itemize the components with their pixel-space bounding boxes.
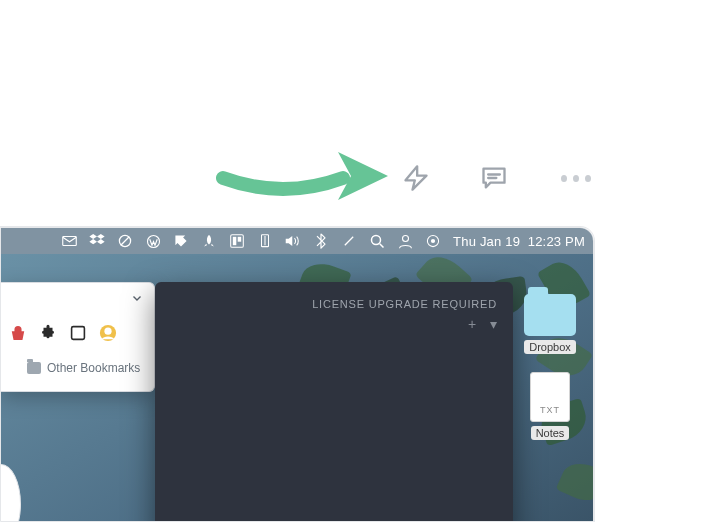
svg-marker-18	[286, 236, 293, 246]
dark-app-window[interactable]: LICENSE UPGRADE REQUIRED + ▾	[155, 282, 513, 521]
svg-rect-4	[62, 237, 76, 246]
svg-marker-5	[89, 234, 97, 239]
chevron-down-icon[interactable]	[130, 291, 144, 305]
comment-icon[interactable]	[476, 160, 512, 196]
shop-extension-icon[interactable]	[9, 324, 27, 342]
puzzle-extension-icon[interactable]	[39, 324, 57, 342]
circle-slash-menu-icon[interactable]	[117, 233, 133, 249]
license-banner: LICENSE UPGRADE REQUIRED	[155, 282, 513, 316]
menubar-tray	[61, 233, 441, 249]
svg-rect-14	[233, 237, 237, 245]
wand-menu-icon[interactable]	[341, 233, 357, 249]
trello-menu-icon[interactable]	[229, 233, 245, 249]
dropbox-folder[interactable]: Dropbox	[524, 294, 576, 354]
mac-menubar: Thu Jan 19 12:23 PM	[1, 228, 593, 254]
wp-menu-icon[interactable]	[145, 233, 161, 249]
dropbox-folder-label: Dropbox	[524, 340, 576, 354]
svg-point-20	[371, 235, 380, 244]
desktop-icons: Dropbox TXT Notes	[513, 294, 587, 440]
document-icon: TXT	[530, 372, 570, 422]
more-icon[interactable]	[558, 160, 594, 196]
svg-rect-15	[238, 237, 242, 242]
svg-line-10	[121, 237, 129, 245]
svg-marker-6	[97, 234, 105, 239]
tab-menu-button[interactable]: ▾	[490, 316, 497, 332]
other-bookmarks-btn[interactable]: Other Bookmarks	[1, 353, 154, 383]
folder-icon	[27, 362, 41, 374]
svg-point-24	[431, 239, 435, 243]
svg-point-27	[104, 328, 111, 335]
svg-marker-7	[89, 239, 97, 244]
svg-marker-0	[406, 166, 427, 189]
chrome-window[interactable]: Other Bookmarks	[1, 282, 155, 392]
chrome-extensions	[1, 313, 154, 353]
notes-document-label: Notes	[531, 426, 570, 440]
rocket-menu-icon[interactable]	[201, 233, 217, 249]
mail-menu-icon[interactable]	[61, 233, 77, 249]
bluetooth-menu-icon[interactable]	[313, 233, 329, 249]
siri-menu-icon[interactable]	[425, 233, 441, 249]
screenshot-preview: Thu Jan 19 12:23 PM Other Bookmarks LICE…	[0, 227, 594, 522]
svg-marker-8	[97, 239, 105, 244]
arrow-nw-menu-icon[interactable]	[173, 233, 189, 249]
menubar-clock[interactable]: Thu Jan 19 12:23 PM	[453, 234, 585, 249]
chrome-toolbar	[1, 283, 154, 313]
svg-point-22	[402, 235, 408, 241]
svg-line-21	[379, 243, 383, 247]
mac-desktop: Other Bookmarks LICENSE UPGRADE REQUIRED…	[1, 254, 593, 521]
svg-marker-12	[175, 235, 186, 246]
search-menu-icon[interactable]	[369, 233, 385, 249]
svg-rect-13	[231, 235, 244, 248]
dropbox-menu-icon[interactable]	[89, 233, 105, 249]
toolbar	[0, 160, 722, 200]
notes-document[interactable]: TXT Notes	[530, 372, 570, 440]
bookmark-label: Other Bookmarks	[47, 361, 140, 375]
volume-menu-icon[interactable]	[285, 233, 301, 249]
avatar-extension-icon[interactable]	[99, 324, 117, 342]
folder-icon	[524, 294, 576, 336]
lightning-icon[interactable]	[398, 160, 434, 196]
battery-menu-icon[interactable]	[257, 233, 273, 249]
user-menu-icon[interactable]	[397, 233, 413, 249]
svg-line-19	[345, 237, 353, 245]
add-tab-button[interactable]: +	[468, 316, 476, 332]
svg-rect-25	[72, 327, 85, 340]
square-extension-icon[interactable]	[69, 324, 87, 342]
